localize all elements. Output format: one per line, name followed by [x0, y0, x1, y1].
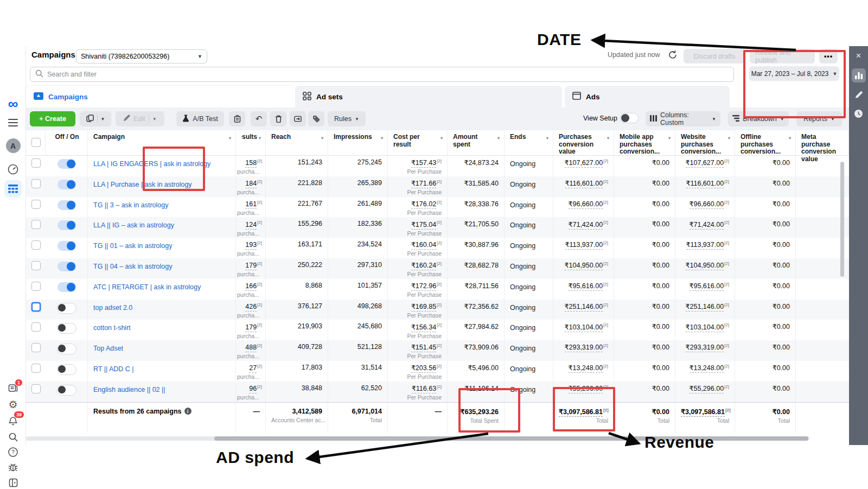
cost-sub: Per Purchase	[393, 312, 442, 319]
row-select-cell	[26, 197, 46, 218]
duplicate-button-group[interactable]: ▼	[80, 111, 111, 126]
copy-ids-button[interactable]	[229, 111, 245, 126]
row-checkbox[interactable]	[31, 261, 41, 270]
column-header-meta[interactable]: Meta purchase conversion value	[796, 130, 849, 155]
search-sidebar-icon[interactable]	[0, 430, 26, 443]
row-select-cell	[26, 217, 46, 238]
column-header-mobile[interactable]: Mobile app purchases conversion...▾	[614, 130, 675, 155]
row-checkbox[interactable]	[31, 282, 41, 291]
ends-value: Ongoing	[510, 201, 535, 209]
campaigns-table-icon[interactable]	[0, 180, 26, 198]
updates-icon[interactable]: 1	[0, 382, 26, 395]
campaign-name-link[interactable]: LLA || IG – ask in astrology	[93, 221, 174, 229]
bug-report-icon[interactable]	[0, 461, 26, 474]
row-checkbox[interactable]	[31, 220, 41, 229]
ab-test-button[interactable]: A/B Test	[176, 111, 224, 126]
column-header-impressions[interactable]: Impressions▾	[328, 130, 388, 155]
results-value: 124[2]	[237, 220, 262, 228]
row-checkbox[interactable]	[31, 384, 41, 393]
column-header-toggle[interactable]: Off / On	[46, 130, 88, 155]
ad-account-selector[interactable]: Shivaniti (739826200053296)▼	[76, 49, 207, 63]
campaign-toggle[interactable]	[58, 241, 76, 251]
vertical-scrollbar-thumb[interactable]	[840, 162, 844, 277]
impressions-cell-value: 245,680	[334, 322, 382, 330]
row-checkbox[interactable]	[31, 200, 41, 209]
campaign-toggle[interactable]	[58, 220, 76, 230]
row-checkbox[interactable]	[31, 343, 41, 352]
delete-button[interactable]	[270, 111, 286, 126]
row-checkbox[interactable]	[31, 158, 41, 168]
row-checkbox[interactable]	[31, 240, 41, 250]
campaign-name-link[interactable]: cotton t-shirt	[93, 324, 131, 332]
avatar[interactable]: A	[0, 138, 26, 153]
website-purchases-cell: ₹95,616.00[2]	[675, 279, 735, 300]
campaign-name-link[interactable]: TG || 04 – ask in astrology	[93, 263, 172, 270]
campaign-name-link[interactable]: Top Adset	[93, 345, 123, 352]
campaign-name-link[interactable]: top adset 2.0	[93, 304, 132, 312]
column-header-spent[interactable]: Amount spent▾	[448, 130, 505, 155]
campaign-toggle[interactable]	[58, 262, 76, 271]
campaign-name-link[interactable]: ATC | RETARGET | ask in astrology	[93, 283, 201, 291]
row-checkbox[interactable]	[31, 179, 41, 188]
column-header-offline[interactable]: Offline purchases conversion...▾	[735, 130, 796, 155]
results-cell: 27[2]purcha...	[236, 361, 266, 382]
column-header-ends[interactable]: Ends▾	[505, 130, 553, 155]
campaign-toggle[interactable]	[57, 364, 76, 375]
notifications-bell-icon[interactable]: 39	[0, 414, 26, 427]
column-header-pcv[interactable]: Purchases conversion value▾	[553, 130, 614, 155]
collapse-panel-icon[interactable]	[0, 476, 26, 489]
column-header-reach[interactable]: Reach▾	[266, 130, 328, 155]
row-checkbox[interactable]	[31, 322, 41, 332]
discard-drafts-button[interactable]: Discard drafts	[684, 49, 745, 63]
charts-icon[interactable]	[849, 68, 868, 82]
select-all-checkbox[interactable]	[31, 138, 41, 147]
column-header-web[interactable]: Website purchases conversion...▾	[675, 130, 735, 155]
row-checkbox[interactable]	[31, 302, 41, 312]
refresh-icon[interactable]	[667, 49, 678, 62]
row-checkbox[interactable]	[31, 364, 41, 373]
column-header-select[interactable]	[26, 130, 46, 155]
ads-reporting-gauge-icon[interactable]	[0, 162, 26, 176]
campaign-toggle[interactable]	[57, 303, 76, 314]
edit-button-group[interactable]: Edit ▼	[116, 111, 164, 126]
tag-button[interactable]	[308, 111, 324, 126]
results-cell: 193[2]purcha...	[236, 238, 266, 258]
edit-caret-icon[interactable]: ▼	[152, 117, 157, 122]
campaign-name-link[interactable]: TG || 01 – ask in astrology	[93, 242, 172, 250]
campaign-toggle[interactable]	[58, 282, 76, 292]
column-header-cost[interactable]: Cost per result▾	[388, 130, 448, 155]
tab-ad-sets[interactable]: Ad sets	[295, 86, 562, 107]
column-header-results[interactable]: Results▾	[236, 130, 266, 155]
campaign-name-link[interactable]: English audience || 02 ||	[93, 386, 165, 393]
rules-button[interactable]: Rules▼	[328, 111, 366, 126]
footer-mobile-purchases-value: ₹0.00	[620, 408, 669, 416]
campaign-name-link[interactable]: RT || ADD C |	[93, 365, 134, 373]
create-button[interactable]: + Create	[30, 111, 75, 126]
tab-campaigns[interactable]: Campaigns	[26, 86, 293, 107]
columns-button[interactable]: Columns: Custom▼	[646, 111, 720, 126]
campaign-name-link[interactable]: TG || 3 – ask in astrology	[93, 201, 169, 209]
campaign-toggle[interactable]	[58, 200, 76, 210]
search-input[interactable]: Search and filter	[30, 67, 734, 82]
duplicate-caret-icon[interactable]: ▼	[101, 117, 105, 122]
campaign-toggle[interactable]	[57, 344, 76, 354]
meta-logo-icon[interactable]: ∞	[0, 97, 26, 111]
view-setup-toggle[interactable]	[620, 113, 639, 123]
campaign-toggle[interactable]	[58, 159, 76, 169]
campaign-toggle[interactable]	[57, 385, 76, 396]
help-icon[interactable]: ?	[0, 446, 26, 459]
campaign-toggle[interactable]	[58, 180, 76, 189]
impressions-cell-value: 31,514	[334, 364, 382, 371]
tab-ads[interactable]: Ads	[565, 86, 730, 107]
settings-gear-icon[interactable]: ⚙	[0, 398, 26, 411]
edit-panel-icon[interactable]	[849, 89, 868, 101]
close-panel-icon[interactable]: ×	[849, 50, 868, 62]
amount-spent-cell: ₹27,984.62	[448, 320, 505, 340]
undo-button[interactable]: ↶	[251, 111, 267, 126]
campaign-toggle[interactable]	[57, 323, 76, 334]
history-clock-icon[interactable]	[849, 107, 868, 119]
export-button[interactable]	[290, 111, 306, 126]
menu-icon[interactable]	[0, 118, 26, 128]
horizontal-scrollbar-thumb[interactable]	[214, 436, 808, 441]
impressions-cell: 275,245	[328, 156, 388, 176]
